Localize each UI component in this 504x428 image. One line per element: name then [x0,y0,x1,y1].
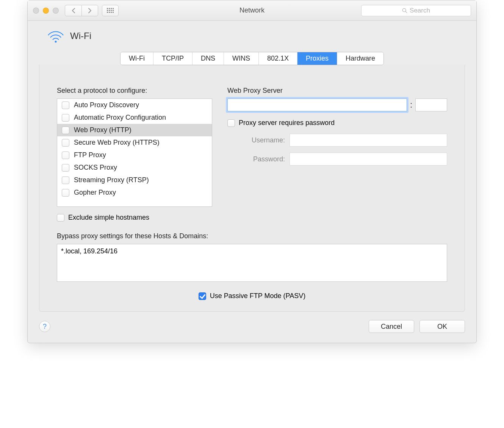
tabs: Wi-Fi TCP/IP DNS WINS 802.1X Proxies Har… [120,52,384,65]
search-input[interactable]: Search [361,5,471,16]
protocol-label: Secure Web Proxy (HTTPS) [74,139,160,147]
cancel-button[interactable]: Cancel [369,320,414,333]
password-label: Password: [227,155,285,163]
protocol-label: Streaming Proxy (RTSP) [74,176,149,184]
pasv-checkbox[interactable] [199,292,206,300]
proxies-panel: Select a protocol to configure: Auto Pro… [39,65,465,312]
protocol-checkbox[interactable] [62,102,69,109]
minimize-window-button[interactable] [43,8,49,14]
bypass-textarea[interactable] [57,244,447,282]
protocol-checkbox[interactable] [62,164,69,172]
proxy-server-label: Web Proxy Server [227,87,447,95]
tab-wifi[interactable]: Wi-Fi [121,52,153,65]
protocol-item-streaming-proxy[interactable]: Streaming Proxy (RTSP) [57,174,212,186]
svg-point-0 [402,8,406,12]
protocol-label: FTP Proxy [74,151,106,159]
proxy-port-input[interactable] [415,98,447,111]
protocol-checkbox[interactable] [62,127,69,134]
zoom-window-button[interactable] [53,8,59,14]
host-port-separator: : [410,100,412,110]
header: Wi-Fi [47,28,465,44]
username-input[interactable] [290,134,447,147]
close-window-button[interactable] [33,8,39,14]
tab-proxies[interactable]: Proxies [297,52,337,65]
protocol-list-label: Select a protocol to configure: [57,87,212,95]
tab-8021x[interactable]: 802.1X [259,52,297,65]
svg-line-1 [405,11,407,13]
page-title: Wi-Fi [70,31,91,41]
password-input[interactable] [290,153,447,166]
username-label: Username: [227,136,285,144]
search-placeholder: Search [410,7,430,14]
protocol-list[interactable]: Auto Proxy Discovery Automatic Proxy Con… [57,98,212,207]
protocol-label: Auto Proxy Discovery [74,101,139,109]
protocol-item-socks-proxy[interactable]: SOCKS Proxy [57,161,212,174]
nav-buttons [65,5,98,16]
tab-dns[interactable]: DNS [193,52,224,65]
search-icon [402,8,407,13]
protocol-label: SOCKS Proxy [74,164,117,172]
content: Wi-Fi Wi-Fi TCP/IP DNS WINS 802.1X Proxi… [28,21,476,343]
network-preferences-window: Network Search Wi-Fi Wi-Fi TCP/IP DNS WI [27,0,477,343]
protocol-label: Web Proxy (HTTP) [74,126,131,134]
protocol-checkbox[interactable] [62,114,69,122]
titlebar: Network Search [28,0,476,21]
protocol-checkbox[interactable] [62,152,69,159]
tab-tcpip[interactable]: TCP/IP [153,52,193,65]
protocol-item-web-proxy[interactable]: Web Proxy (HTTP) [57,124,212,136]
protocol-item-gopher-proxy[interactable]: Gopher Proxy [57,186,212,199]
footer: ? Cancel OK [39,320,465,333]
protocol-checkbox[interactable] [62,189,69,197]
show-all-button[interactable] [102,5,119,16]
protocol-checkbox[interactable] [62,177,69,184]
exclude-hostnames-checkbox[interactable] [57,214,64,222]
bypass-label: Bypass proxy settings for these Hosts & … [57,232,447,240]
protocol-checkbox[interactable] [62,139,69,147]
window-title: Network [239,6,265,14]
grid-icon [107,8,114,13]
protocol-item-secure-web-proxy[interactable]: Secure Web Proxy (HTTPS) [57,136,212,149]
protocol-label: Gopher Proxy [74,189,116,197]
tab-hardware[interactable]: Hardware [337,52,383,65]
forward-button[interactable] [81,5,98,16]
requires-password-checkbox[interactable] [227,119,235,127]
requires-password-label: Proxy server requires password [239,119,335,127]
exclude-hostnames-label: Exclude simple hostnames [68,214,149,222]
tab-wins[interactable]: WINS [224,52,259,65]
pasv-label: Use Passive FTP Mode (PASV) [210,292,305,300]
svg-point-2 [55,41,57,43]
help-button[interactable]: ? [39,321,50,332]
window-controls [33,8,59,14]
ok-button[interactable]: OK [419,320,465,333]
protocol-item-auto-discovery[interactable]: Auto Proxy Discovery [57,99,212,111]
proxy-host-input[interactable] [227,98,407,111]
back-button[interactable] [65,5,81,16]
protocol-label: Automatic Proxy Configuration [74,114,166,122]
wifi-icon [47,28,65,44]
protocol-item-auto-config[interactable]: Automatic Proxy Configuration [57,111,212,124]
protocol-item-ftp-proxy[interactable]: FTP Proxy [57,149,212,161]
